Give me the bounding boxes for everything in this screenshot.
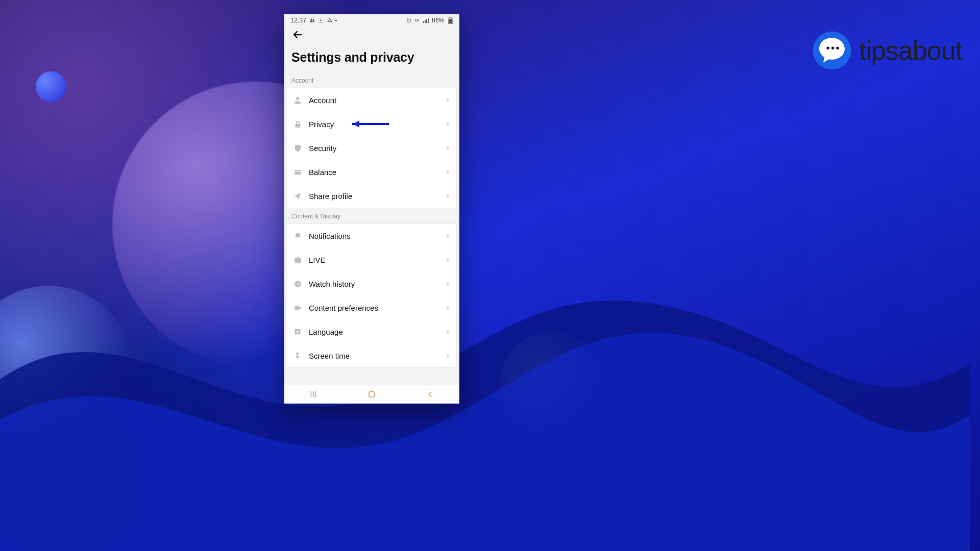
chevron-right-icon (444, 352, 451, 359)
tv-icon (292, 255, 303, 265)
row-content-preferences[interactable]: Content preferences (287, 295, 456, 319)
chevron-right-icon (444, 232, 451, 239)
battery-icon (447, 17, 453, 23)
nav-back-button[interactable] (415, 387, 446, 402)
status-battery: 86% (432, 17, 445, 24)
chevron-right-icon (444, 256, 451, 263)
wallet-icon (292, 167, 303, 177)
row-account[interactable]: Account (287, 88, 456, 112)
row-language[interactable]: A Language (287, 319, 456, 343)
decorative-circle (36, 71, 66, 102)
row-label: Notifications (309, 232, 444, 240)
page-title: Settings and privacy (284, 43, 459, 72)
recents-icon (308, 390, 318, 399)
row-privacy[interactable]: Privacy (287, 112, 456, 136)
svg-rect-20 (295, 170, 301, 174)
row-label: Language (309, 328, 444, 336)
svg-text:A: A (296, 330, 299, 334)
person-icon (292, 95, 303, 105)
home-icon (367, 390, 376, 399)
arrow-left-icon (291, 29, 304, 41)
row-watch-history[interactable]: Watch history (287, 271, 456, 295)
svg-rect-30 (369, 392, 375, 397)
row-label: LIVE (309, 256, 444, 264)
section-header-content: Content & Display (284, 208, 459, 224)
row-label: Screen time (309, 352, 444, 360)
chevron-right-icon (444, 192, 451, 199)
status-time: 12:37 (290, 17, 307, 24)
shield-icon (292, 143, 303, 153)
decorative-circle (0, 286, 133, 454)
svg-rect-9 (415, 19, 418, 21)
svg-point-5 (312, 19, 314, 20)
nav-home-button[interactable] (356, 387, 387, 402)
row-security[interactable]: Security (287, 136, 456, 160)
status-bar: 12:37 86% (284, 14, 459, 26)
teams-icon (309, 17, 315, 23)
row-label: Share profile (309, 192, 444, 201)
wallpaper-background (0, 0, 980, 551)
svg-rect-6 (310, 20, 312, 22)
svg-rect-24 (295, 306, 299, 310)
decorative-circle (500, 332, 602, 434)
language-icon: A (292, 327, 303, 337)
svg-rect-7 (312, 20, 314, 22)
svg-rect-16 (449, 19, 452, 23)
svg-rect-13 (428, 18, 429, 23)
brand-name: tipsabout (859, 35, 962, 66)
svg-point-3 (836, 47, 839, 49)
bell-icon (292, 231, 303, 241)
lock-icon (292, 119, 303, 129)
chevron-right-icon (444, 96, 451, 104)
section-group-content: Notifications LIVE Watch history Content… (287, 224, 456, 367)
chevron-right-icon (444, 328, 451, 335)
svg-point-1 (826, 47, 829, 49)
nav-recents-button[interactable] (298, 387, 329, 402)
row-share-profile[interactable]: Share profile (287, 184, 456, 208)
status-dot-icon (335, 20, 337, 21)
svg-rect-18 (295, 123, 300, 127)
android-nav-bar (284, 385, 459, 404)
row-label: Content preferences (309, 304, 444, 312)
row-label: Privacy (309, 120, 444, 129)
chevron-right-icon (444, 168, 451, 176)
row-label: Watch history (309, 280, 444, 288)
download-icon (318, 17, 324, 23)
wifi-icon (414, 17, 421, 23)
svg-rect-10 (423, 21, 424, 23)
cloud-icon (327, 17, 333, 23)
chevron-right-icon (444, 144, 451, 152)
video-icon (292, 303, 303, 313)
alarm-icon (406, 17, 412, 23)
phone-frame: 12:37 86% Settings and privacy Account A… (284, 14, 459, 404)
row-notifications[interactable]: Notifications (287, 224, 456, 247)
svg-rect-22 (295, 258, 301, 262)
row-balance[interactable]: Balance (287, 160, 456, 184)
row-screen-time[interactable]: Screen time (287, 343, 456, 367)
back-button[interactable] (289, 27, 306, 43)
brand-logo: tipsabout (812, 31, 962, 70)
svg-point-17 (296, 97, 299, 100)
svg-point-4 (310, 19, 312, 20)
svg-rect-21 (295, 171, 301, 171)
section-header-account: Account (284, 72, 459, 88)
clock-icon (292, 279, 303, 289)
back-icon (426, 390, 435, 399)
row-label: Balance (309, 168, 444, 177)
svg-rect-12 (426, 19, 427, 22)
chevron-right-icon (444, 280, 451, 287)
signal-icon (423, 17, 429, 23)
row-label: Account (309, 96, 444, 105)
section-group-account: Account Privacy Security Balance Share p… (287, 88, 456, 208)
svg-rect-11 (425, 20, 426, 22)
chevron-right-icon (444, 304, 451, 311)
share-icon (292, 191, 303, 201)
row-live[interactable]: LIVE (287, 247, 456, 271)
row-label: Security (309, 144, 444, 153)
svg-point-2 (831, 47, 834, 49)
speech-bubble-icon (812, 31, 852, 70)
hourglass-icon (292, 350, 303, 361)
chevron-right-icon (444, 120, 451, 128)
